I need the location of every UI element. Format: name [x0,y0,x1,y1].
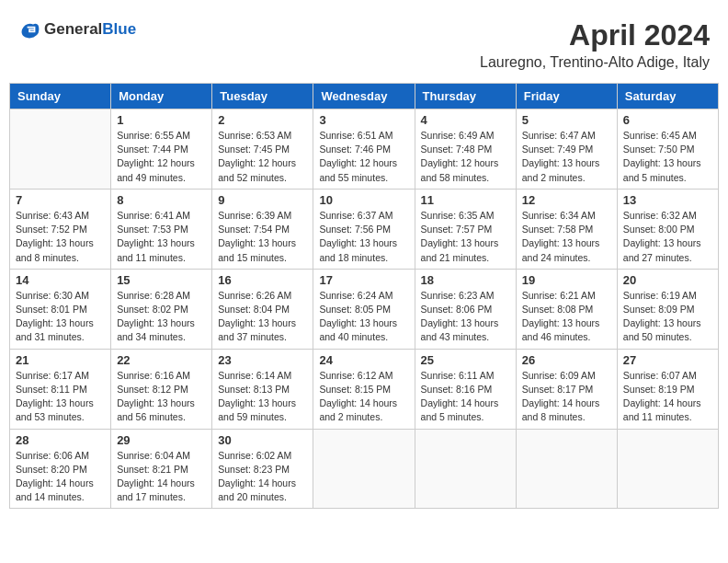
day-info: Sunrise: 6:37 AMSunset: 7:56 PMDaylight:… [319,209,408,265]
day-number: 9 [218,193,307,207]
day-cell: 14Sunrise: 6:30 AMSunset: 8:01 PMDayligh… [10,269,111,349]
day-info: Sunrise: 6:17 AMSunset: 8:11 PMDaylight:… [16,369,105,425]
logo-blue: Blue [102,20,136,38]
day-info: Sunrise: 6:32 AMSunset: 8:00 PMDaylight:… [623,209,712,265]
day-cell [10,109,111,190]
day-info: Sunrise: 6:06 AMSunset: 8:20 PMDaylight:… [16,449,105,505]
day-number: 30 [218,433,307,447]
week-row-3: 14Sunrise: 6:30 AMSunset: 8:01 PMDayligh… [10,269,719,349]
day-info: Sunrise: 6:07 AMSunset: 8:19 PMDaylight:… [623,369,712,425]
day-cell: 25Sunrise: 6:11 AMSunset: 8:16 PMDayligh… [415,349,516,429]
day-number: 4 [421,113,510,127]
day-number: 21 [16,353,105,367]
day-cell: 3Sunrise: 6:51 AMSunset: 7:46 PMDaylight… [313,109,415,190]
logo-general: General [44,20,102,38]
day-header-thursday: Thursday [415,84,516,109]
week-row-2: 7Sunrise: 6:43 AMSunset: 7:52 PMDaylight… [10,189,719,269]
day-number: 12 [522,193,611,207]
day-cell: 21Sunrise: 6:17 AMSunset: 8:11 PMDayligh… [10,349,111,429]
header-row: SundayMondayTuesdayWednesdayThursdayFrid… [10,84,719,109]
day-cell: 18Sunrise: 6:23 AMSunset: 8:06 PMDayligh… [415,269,516,349]
day-number: 28 [16,433,105,447]
day-cell: 30Sunrise: 6:02 AMSunset: 8:23 PMDayligh… [212,429,313,509]
day-number: 25 [421,353,510,367]
day-number: 22 [117,353,206,367]
week-row-4: 21Sunrise: 6:17 AMSunset: 8:11 PMDayligh… [10,349,719,429]
title-area: April 2024 Lauregno, Trentino-Alto Adige… [480,18,710,71]
day-info: Sunrise: 6:12 AMSunset: 8:15 PMDaylight:… [319,369,408,425]
day-cell: 2Sunrise: 6:53 AMSunset: 7:45 PMDaylight… [212,109,313,190]
day-info: Sunrise: 6:53 AMSunset: 7:45 PMDaylight:… [218,129,307,185]
day-number: 14 [16,273,105,287]
day-number: 7 [16,193,105,207]
day-number: 16 [218,273,307,287]
day-info: Sunrise: 6:49 AMSunset: 7:48 PMDaylight:… [421,129,510,185]
main-title: April 2024 [480,18,710,52]
day-info: Sunrise: 6:43 AMSunset: 7:52 PMDaylight:… [16,209,105,265]
day-cell: 26Sunrise: 6:09 AMSunset: 8:17 PMDayligh… [516,349,617,429]
day-number: 27 [623,353,712,367]
day-cell: 29Sunrise: 6:04 AMSunset: 8:21 PMDayligh… [111,429,212,509]
day-info: Sunrise: 6:19 AMSunset: 8:09 PMDaylight:… [623,289,712,345]
day-number: 11 [421,193,510,207]
day-header-wednesday: Wednesday [313,84,415,109]
day-number: 13 [623,193,712,207]
day-cell: 24Sunrise: 6:12 AMSunset: 8:15 PMDayligh… [313,349,415,429]
day-number: 18 [421,273,510,287]
day-info: Sunrise: 6:35 AMSunset: 7:57 PMDaylight:… [421,209,510,265]
day-info: Sunrise: 6:11 AMSunset: 8:16 PMDaylight:… [421,369,510,425]
day-cell: 4Sunrise: 6:49 AMSunset: 7:48 PMDaylight… [415,109,516,190]
day-number: 24 [319,353,408,367]
day-cell [617,429,718,509]
week-row-5: 28Sunrise: 6:06 AMSunset: 8:20 PMDayligh… [10,429,719,509]
calendar: SundayMondayTuesdayWednesdayThursdayFrid… [9,83,719,509]
day-number: 10 [319,193,408,207]
day-number: 26 [522,353,611,367]
day-info: Sunrise: 6:34 AMSunset: 7:58 PMDaylight:… [522,209,611,265]
day-cell: 11Sunrise: 6:35 AMSunset: 7:57 PMDayligh… [415,189,516,269]
day-cell: 20Sunrise: 6:19 AMSunset: 8:09 PMDayligh… [617,269,718,349]
day-header-sunday: Sunday [10,84,111,109]
day-cell: 22Sunrise: 6:16 AMSunset: 8:12 PMDayligh… [111,349,212,429]
day-cell: 8Sunrise: 6:41 AMSunset: 7:53 PMDaylight… [111,189,212,269]
subtitle: Lauregno, Trentino-Alto Adige, Italy [480,54,710,71]
day-info: Sunrise: 6:55 AMSunset: 7:44 PMDaylight:… [117,129,206,185]
day-info: Sunrise: 6:28 AMSunset: 8:02 PMDaylight:… [117,289,206,345]
day-cell: 1Sunrise: 6:55 AMSunset: 7:44 PMDaylight… [111,109,212,190]
day-number: 17 [319,273,408,287]
day-number: 29 [117,433,206,447]
day-info: Sunrise: 6:21 AMSunset: 8:08 PMDaylight:… [522,289,611,345]
day-info: Sunrise: 6:16 AMSunset: 8:12 PMDaylight:… [117,369,206,425]
day-number: 23 [218,353,307,367]
day-header-friday: Friday [516,84,617,109]
day-cell [516,429,617,509]
day-info: Sunrise: 6:04 AMSunset: 8:21 PMDaylight:… [117,449,206,505]
day-number: 15 [117,273,206,287]
day-info: Sunrise: 6:09 AMSunset: 8:17 PMDaylight:… [522,369,611,425]
day-cell: 15Sunrise: 6:28 AMSunset: 8:02 PMDayligh… [111,269,212,349]
day-header-monday: Monday [111,84,212,109]
day-cell: 5Sunrise: 6:47 AMSunset: 7:49 PMDaylight… [516,109,617,190]
day-info: Sunrise: 6:24 AMSunset: 8:05 PMDaylight:… [319,289,408,345]
day-cell: 7Sunrise: 6:43 AMSunset: 7:52 PMDaylight… [10,189,111,269]
day-cell: 6Sunrise: 6:45 AMSunset: 7:50 PMDaylight… [617,109,718,190]
day-info: Sunrise: 6:02 AMSunset: 8:23 PMDaylight:… [218,449,307,505]
day-cell [313,429,415,509]
day-cell: 27Sunrise: 6:07 AMSunset: 8:19 PMDayligh… [617,349,718,429]
day-info: Sunrise: 6:45 AMSunset: 7:50 PMDaylight:… [623,129,712,185]
day-cell: 19Sunrise: 6:21 AMSunset: 8:08 PMDayligh… [516,269,617,349]
header: GeneralBlue April 2024 Lauregno, Trentin… [9,9,719,75]
logo-text: GeneralBlue [44,20,136,39]
day-number: 5 [522,113,611,127]
day-header-saturday: Saturday [617,84,718,109]
day-cell: 10Sunrise: 6:37 AMSunset: 7:56 PMDayligh… [313,189,415,269]
day-cell: 16Sunrise: 6:26 AMSunset: 8:04 PMDayligh… [212,269,313,349]
week-row-1: 1Sunrise: 6:55 AMSunset: 7:44 PMDaylight… [10,109,719,190]
day-cell: 9Sunrise: 6:39 AMSunset: 7:54 PMDaylight… [212,189,313,269]
day-cell: 17Sunrise: 6:24 AMSunset: 8:05 PMDayligh… [313,269,415,349]
day-number: 19 [522,273,611,287]
day-number: 1 [117,113,206,127]
day-number: 2 [218,113,307,127]
day-info: Sunrise: 6:39 AMSunset: 7:54 PMDaylight:… [218,209,307,265]
day-cell: 12Sunrise: 6:34 AMSunset: 7:58 PMDayligh… [516,189,617,269]
